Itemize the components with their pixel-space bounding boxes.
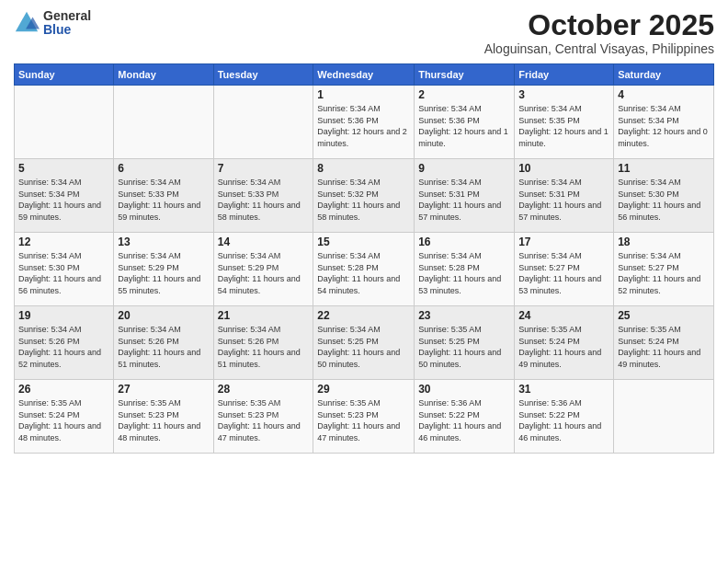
calendar-cell	[15, 86, 114, 159]
day-info: Sunrise: 5:34 AMSunset: 5:26 PMDaylight:…	[18, 324, 109, 370]
day-number: 18	[618, 236, 710, 248]
day-number: 17	[518, 236, 609, 248]
day-number: 25	[618, 309, 710, 322]
day-info: Sunrise: 5:36 AMSunset: 5:22 PMDaylight:…	[518, 397, 609, 443]
day-info: Sunrise: 5:34 AMSunset: 5:36 PMDaylight:…	[317, 103, 410, 149]
weekday-header-friday: Friday	[515, 64, 614, 86]
day-number: 7	[218, 162, 310, 175]
day-number: 26	[18, 383, 109, 396]
calendar-cell: 16Sunrise: 5:34 AMSunset: 5:28 PMDayligh…	[415, 233, 515, 306]
calendar-cell	[213, 86, 313, 159]
day-info: Sunrise: 5:34 AMSunset: 5:30 PMDaylight:…	[18, 250, 109, 296]
calendar-header: SundayMondayTuesdayWednesdayThursdayFrid…	[15, 64, 714, 86]
day-number: 5	[18, 162, 109, 175]
day-info: Sunrise: 5:34 AMSunset: 5:31 PMDaylight:…	[418, 177, 510, 223]
calendar-cell: 25Sunrise: 5:35 AMSunset: 5:24 PMDayligh…	[614, 306, 714, 380]
calendar-table: SundayMondayTuesdayWednesdayThursdayFrid…	[14, 63, 714, 454]
header: General Blue October 2025 Aloguinsan, Ce…	[14, 9, 714, 56]
day-number: 19	[18, 309, 109, 322]
day-number: 13	[118, 236, 209, 248]
location-subtitle: Aloguinsan, Central Visayas, Philippines	[484, 41, 714, 56]
calendar-cell: 28Sunrise: 5:35 AMSunset: 5:23 PMDayligh…	[213, 380, 313, 454]
title-section: October 2025 Aloguinsan, Central Visayas…	[484, 9, 714, 56]
day-info: Sunrise: 5:34 AMSunset: 5:30 PMDaylight:…	[618, 177, 710, 223]
calendar-cell: 10Sunrise: 5:34 AMSunset: 5:31 PMDayligh…	[515, 159, 614, 233]
calendar-week-5: 26Sunrise: 5:35 AMSunset: 5:24 PMDayligh…	[15, 380, 714, 454]
day-info: Sunrise: 5:35 AMSunset: 5:24 PMDaylight:…	[618, 324, 710, 370]
day-info: Sunrise: 5:34 AMSunset: 5:26 PMDaylight:…	[218, 324, 310, 370]
calendar-cell: 19Sunrise: 5:34 AMSunset: 5:26 PMDayligh…	[15, 306, 114, 380]
day-number: 10	[518, 162, 609, 175]
calendar-week-4: 19Sunrise: 5:34 AMSunset: 5:26 PMDayligh…	[15, 306, 714, 380]
weekday-header-tuesday: Tuesday	[213, 64, 313, 86]
day-info: Sunrise: 5:36 AMSunset: 5:22 PMDaylight:…	[418, 397, 510, 443]
calendar-cell: 29Sunrise: 5:35 AMSunset: 5:23 PMDayligh…	[313, 380, 415, 454]
day-info: Sunrise: 5:34 AMSunset: 5:36 PMDaylight:…	[418, 103, 510, 149]
weekday-header-monday: Monday	[114, 64, 213, 86]
day-info: Sunrise: 5:34 AMSunset: 5:31 PMDaylight:…	[518, 177, 609, 223]
day-number: 4	[618, 88, 710, 101]
logo: General Blue	[14, 9, 91, 38]
day-info: Sunrise: 5:35 AMSunset: 5:23 PMDaylight:…	[218, 397, 310, 443]
logo-blue-text: Blue	[43, 23, 91, 37]
day-number: 28	[218, 383, 310, 396]
day-number: 30	[418, 383, 510, 396]
day-number: 21	[218, 309, 310, 322]
calendar-cell: 9Sunrise: 5:34 AMSunset: 5:31 PMDaylight…	[415, 159, 515, 233]
calendar-cell: 20Sunrise: 5:34 AMSunset: 5:26 PMDayligh…	[114, 306, 213, 380]
day-info: Sunrise: 5:34 AMSunset: 5:28 PMDaylight:…	[418, 250, 510, 296]
weekday-header-saturday: Saturday	[614, 64, 714, 86]
day-info: Sunrise: 5:35 AMSunset: 5:25 PMDaylight:…	[418, 324, 510, 370]
day-number: 3	[518, 88, 609, 101]
day-info: Sunrise: 5:34 AMSunset: 5:33 PMDaylight:…	[118, 177, 209, 223]
calendar-cell: 4Sunrise: 5:34 AMSunset: 5:34 PMDaylight…	[614, 86, 714, 159]
calendar-cell: 1Sunrise: 5:34 AMSunset: 5:36 PMDaylight…	[313, 86, 415, 159]
calendar-week-3: 12Sunrise: 5:34 AMSunset: 5:30 PMDayligh…	[15, 233, 714, 306]
weekday-header-thursday: Thursday	[415, 64, 515, 86]
logo-icon	[14, 10, 40, 36]
calendar-cell: 23Sunrise: 5:35 AMSunset: 5:25 PMDayligh…	[415, 306, 515, 380]
day-number: 15	[317, 236, 410, 248]
calendar-cell: 24Sunrise: 5:35 AMSunset: 5:24 PMDayligh…	[515, 306, 614, 380]
day-info: Sunrise: 5:34 AMSunset: 5:35 PMDaylight:…	[518, 103, 609, 149]
day-number: 16	[418, 236, 510, 248]
day-number: 23	[418, 309, 510, 322]
calendar-cell: 21Sunrise: 5:34 AMSunset: 5:26 PMDayligh…	[213, 306, 313, 380]
day-number: 12	[18, 236, 109, 248]
calendar-cell: 14Sunrise: 5:34 AMSunset: 5:29 PMDayligh…	[213, 233, 313, 306]
month-title: October 2025	[484, 9, 714, 41]
calendar-cell: 17Sunrise: 5:34 AMSunset: 5:27 PMDayligh…	[515, 233, 614, 306]
weekday-header-row: SundayMondayTuesdayWednesdayThursdayFrid…	[15, 64, 714, 86]
calendar-cell: 2Sunrise: 5:34 AMSunset: 5:36 PMDaylight…	[415, 86, 515, 159]
calendar-cell	[114, 86, 213, 159]
day-number: 20	[118, 309, 209, 322]
calendar-cell: 15Sunrise: 5:34 AMSunset: 5:28 PMDayligh…	[313, 233, 415, 306]
day-info: Sunrise: 5:35 AMSunset: 5:24 PMDaylight:…	[518, 324, 609, 370]
calendar-cell: 13Sunrise: 5:34 AMSunset: 5:29 PMDayligh…	[114, 233, 213, 306]
weekday-header-wednesday: Wednesday	[313, 64, 415, 86]
day-number: 22	[317, 309, 410, 322]
calendar-cell: 8Sunrise: 5:34 AMSunset: 5:32 PMDaylight…	[313, 159, 415, 233]
day-info: Sunrise: 5:35 AMSunset: 5:24 PMDaylight:…	[18, 397, 109, 443]
day-info: Sunrise: 5:34 AMSunset: 5:27 PMDaylight:…	[518, 250, 609, 296]
day-number: 31	[518, 383, 609, 396]
day-info: Sunrise: 5:34 AMSunset: 5:29 PMDaylight:…	[118, 250, 209, 296]
day-number: 9	[418, 162, 510, 175]
logo-general-text: General	[43, 9, 91, 23]
day-number: 14	[218, 236, 310, 248]
calendar-week-1: 1Sunrise: 5:34 AMSunset: 5:36 PMDaylight…	[15, 86, 714, 159]
day-info: Sunrise: 5:35 AMSunset: 5:23 PMDaylight:…	[118, 397, 209, 443]
day-info: Sunrise: 5:34 AMSunset: 5:28 PMDaylight:…	[317, 250, 410, 296]
day-info: Sunrise: 5:34 AMSunset: 5:32 PMDaylight:…	[317, 177, 410, 223]
day-number: 27	[118, 383, 209, 396]
calendar-cell: 7Sunrise: 5:34 AMSunset: 5:33 PMDaylight…	[213, 159, 313, 233]
calendar-cell	[614, 380, 714, 454]
page: General Blue October 2025 Aloguinsan, Ce…	[0, 0, 728, 563]
calendar-week-2: 5Sunrise: 5:34 AMSunset: 5:34 PMDaylight…	[15, 159, 714, 233]
calendar-cell: 18Sunrise: 5:34 AMSunset: 5:27 PMDayligh…	[614, 233, 714, 306]
calendar-cell: 22Sunrise: 5:34 AMSunset: 5:25 PMDayligh…	[313, 306, 415, 380]
calendar-cell: 31Sunrise: 5:36 AMSunset: 5:22 PMDayligh…	[515, 380, 614, 454]
day-info: Sunrise: 5:34 AMSunset: 5:29 PMDaylight:…	[218, 250, 310, 296]
day-info: Sunrise: 5:34 AMSunset: 5:33 PMDaylight:…	[218, 177, 310, 223]
day-info: Sunrise: 5:34 AMSunset: 5:27 PMDaylight:…	[618, 250, 710, 296]
